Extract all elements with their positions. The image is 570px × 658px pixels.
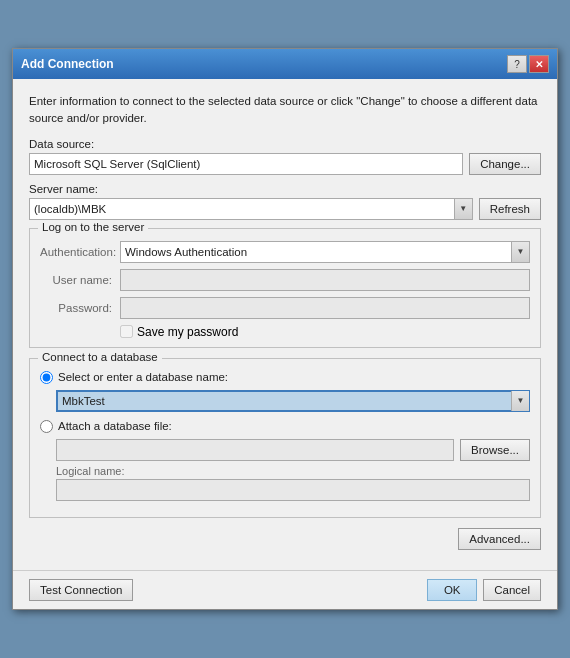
password-row: Password: [40,297,530,319]
bottom-bar: Test Connection OK Cancel [13,570,557,609]
logical-name-input[interactable] [56,479,530,501]
connect-db-title: Connect to a database [38,351,162,363]
username-row: User name: [40,269,530,291]
server-name-group: Server name: (localdb)\MBK Refresh [29,183,541,220]
auth-row: Authentication: Windows Authentication S… [40,241,530,263]
dialog-content: Enter information to connect to the sele… [13,79,557,569]
select-db-radio[interactable] [40,371,53,384]
data-source-label: Data source: [29,138,541,150]
title-bar-buttons: ? ✕ [507,55,549,73]
connect-db-content: Select or enter a database name: MbkTest… [40,371,530,501]
bottom-right-buttons: OK Cancel [427,579,541,601]
auth-select[interactable]: Windows Authentication SQL Server Authen… [120,241,530,263]
db-select-row: MbkTest [56,390,530,412]
save-password-checkbox[interactable] [120,325,133,338]
data-source-row: Change... [29,153,541,175]
username-input[interactable] [120,269,530,291]
dialog-title: Add Connection [21,57,114,71]
ok-button[interactable]: OK [427,579,477,601]
save-password-label: Save my password [137,325,238,339]
test-connection-button[interactable]: Test Connection [29,579,133,601]
connect-db-group: Connect to a database Select or enter a … [29,358,541,518]
log-on-content: Authentication: Windows Authentication S… [40,241,530,339]
server-name-select[interactable]: (localdb)\MBK [29,198,473,220]
browse-button[interactable]: Browse... [460,439,530,461]
server-name-combo[interactable]: (localdb)\MBK [29,198,473,220]
advanced-row: Advanced... [29,528,541,550]
auth-label: Authentication: [40,246,120,258]
attach-db-radio-label: Attach a database file: [58,420,172,432]
server-name-row: (localdb)\MBK Refresh [29,198,541,220]
attach-db-radio-row: Attach a database file: [40,420,530,433]
change-button[interactable]: Change... [469,153,541,175]
attach-db-radio[interactable] [40,420,53,433]
data-source-input[interactable] [29,153,463,175]
select-db-radio-row: Select or enter a database name: [40,371,530,384]
attach-file-input[interactable] [56,439,454,461]
attach-input-row: Browse... [56,439,530,461]
password-input[interactable] [120,297,530,319]
logical-name-row [56,479,530,501]
data-source-group: Data source: Change... [29,138,541,175]
username-label: User name: [40,274,120,286]
cancel-button[interactable]: Cancel [483,579,541,601]
add-connection-dialog: Add Connection ? ✕ Enter information to … [12,48,558,609]
server-name-label: Server name: [29,183,541,195]
help-button[interactable]: ? [507,55,527,73]
auth-combo[interactable]: Windows Authentication SQL Server Authen… [120,241,530,263]
close-button[interactable]: ✕ [529,55,549,73]
logical-name-label: Logical name: [56,465,530,477]
log-on-title: Log on to the server [38,221,148,233]
save-password-row: Save my password [120,325,530,339]
select-db-radio-label: Select or enter a database name: [58,371,228,383]
db-name-combo[interactable]: MbkTest [56,390,530,412]
description-text: Enter information to connect to the sele… [29,93,541,125]
db-name-select[interactable]: MbkTest [56,390,530,412]
refresh-button[interactable]: Refresh [479,198,541,220]
log-on-group: Log on to the server Authentication: Win… [29,228,541,348]
title-bar: Add Connection ? ✕ [13,49,557,79]
advanced-button[interactable]: Advanced... [458,528,541,550]
password-label: Password: [40,302,120,314]
